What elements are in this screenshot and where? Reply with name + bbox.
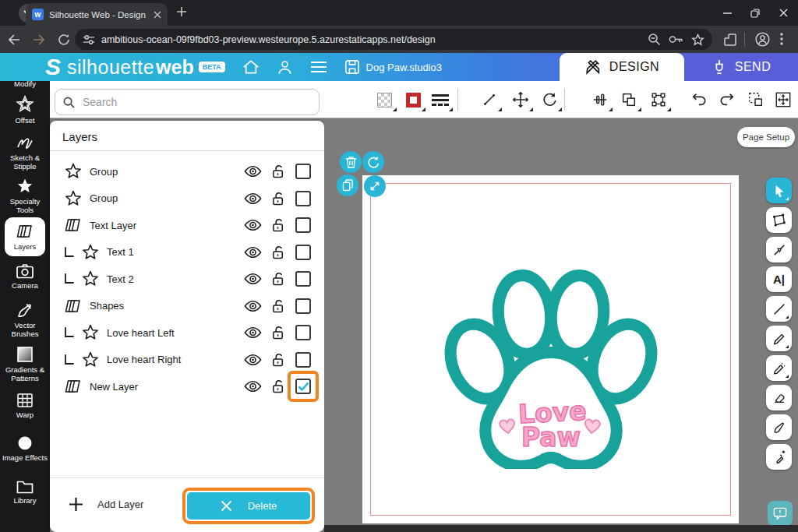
layer-checkbox[interactable] (295, 164, 311, 179)
home-button[interactable] (242, 59, 260, 75)
search-input[interactable] (81, 95, 311, 109)
layer-row[interactable]: New Layer (50, 373, 324, 400)
text-tool[interactable]: A| (766, 266, 792, 292)
sidebar-item-vector-brushes[interactable]: Vector Brushes (2, 297, 48, 342)
sidebar-item-image-effects[interactable]: Image Effects (2, 426, 48, 471)
duplicate-object-button[interactable] (337, 174, 358, 196)
layer-checkbox[interactable] (295, 191, 311, 206)
visibility-eye-icon[interactable] (244, 380, 262, 393)
sidebar-item-specialty-tools[interactable]: Specialty Tools (2, 174, 48, 217)
layer-row[interactable]: Love heart Left (50, 319, 324, 347)
eraser-tool[interactable] (766, 385, 792, 410)
rotate-object-button[interactable] (362, 151, 384, 173)
lock-open-icon[interactable] (271, 217, 286, 233)
profile-icon[interactable] (755, 32, 770, 47)
replicate-button[interactable] (620, 90, 638, 109)
select-tool[interactable] (766, 178, 792, 203)
sidebar-item-camera[interactable]: Camera (2, 256, 48, 297)
visibility-eye-icon[interactable] (244, 192, 262, 205)
line-tool[interactable] (766, 296, 792, 322)
layer-row[interactable]: Group (50, 185, 324, 213)
copy-selection-button[interactable] (747, 90, 765, 109)
sidebar-item-gradients-patterns[interactable]: Gradients & Patterns (2, 342, 48, 386)
tab-close-icon[interactable] (154, 11, 161, 19)
extensions-icon[interactable] (723, 33, 737, 47)
feedback-button[interactable] (768, 501, 793, 526)
lock-open-icon[interactable] (271, 325, 286, 340)
redo-button[interactable] (718, 90, 736, 109)
menu-button[interactable] (310, 61, 327, 73)
browser-tab[interactable]: w Silhouette Web - Design (26, 3, 168, 26)
window-close-button[interactable] (769, 0, 797, 26)
visibility-eye-icon[interactable] (244, 165, 262, 178)
url-field[interactable]: ambitious-ocean-09f9fbd03-preview.westeu… (75, 29, 712, 50)
layer-row[interactable]: Group (50, 158, 324, 185)
visibility-eye-icon[interactable] (244, 326, 262, 339)
layer-row[interactable]: Text Layer (50, 212, 324, 239)
layer-row[interactable]: Shapes (50, 293, 324, 320)
align-distribute-button[interactable] (591, 90, 609, 109)
reload-button[interactable] (53, 29, 75, 51)
bookmark-star-icon[interactable] (691, 33, 704, 46)
sidebar-item-modify[interactable]: Modify (2, 79, 48, 90)
site-settings-icon[interactable] (83, 34, 95, 45)
fill-transparent-button[interactable] (375, 90, 394, 109)
visibility-eye-icon[interactable] (244, 354, 262, 366)
design-canvas[interactable]: Love Paw Page Setup (324, 118, 798, 532)
undo-button[interactable] (690, 90, 708, 109)
modify-point-tool[interactable] (766, 237, 792, 262)
lock-open-icon[interactable] (271, 271, 286, 287)
transform-button[interactable] (649, 90, 668, 109)
window-restore-button[interactable] (741, 0, 769, 26)
page-setup-button[interactable]: Page Setup (737, 127, 795, 147)
pan-canvas-button[interactable] (774, 90, 793, 109)
brush-tool[interactable] (766, 414, 792, 440)
delete-object-button[interactable] (340, 151, 362, 173)
layers-search-box[interactable] (55, 89, 320, 115)
password-key-icon[interactable] (669, 34, 683, 44)
sidebar-item-sketch-stipple[interactable]: Sketch & Stipple (2, 130, 48, 174)
visibility-eye-icon[interactable] (244, 273, 262, 285)
sidebar-item-offset[interactable]: Offset (2, 90, 48, 130)
layer-checkbox[interactable] (295, 245, 311, 260)
add-layer-button[interactable]: Add Layer (69, 497, 143, 512)
forward-button[interactable] (28, 29, 50, 51)
layer-row[interactable]: Text 1 (50, 239, 324, 266)
lock-open-icon[interactable] (271, 191, 286, 206)
pencil-tool[interactable] (766, 326, 792, 351)
line-style-button[interactable] (431, 90, 450, 109)
sidebar-item-layers[interactable]: Layers (5, 217, 45, 256)
lock-open-icon[interactable] (271, 379, 286, 394)
layer-row[interactable]: Text 2 (50, 266, 324, 293)
zoom-icon[interactable] (648, 33, 661, 46)
browser-menu-icon[interactable] (780, 33, 783, 45)
rotate-button[interactable] (540, 90, 559, 109)
back-button[interactable] (3, 29, 25, 51)
new-tab-button[interactable] (176, 6, 187, 17)
layer-row[interactable]: Love heart Right (50, 347, 324, 374)
layer-checkbox[interactable] (295, 379, 311, 394)
edit-points-tool[interactable] (766, 207, 792, 233)
visibility-eye-icon[interactable] (244, 246, 262, 259)
layer-checkbox[interactable] (295, 325, 311, 340)
tab-send[interactable]: SEND (684, 53, 798, 81)
account-button[interactable] (277, 59, 293, 75)
sidebar-item-warp[interactable]: Warp (2, 386, 48, 426)
delete-button[interactable]: Delete (187, 492, 310, 520)
window-minimize-button[interactable] (713, 0, 741, 26)
move-button[interactable] (511, 90, 530, 109)
lock-open-icon[interactable] (271, 164, 286, 179)
visibility-eye-icon[interactable] (244, 219, 262, 231)
draw-line-button[interactable] (480, 90, 499, 109)
lock-open-icon[interactable] (271, 245, 286, 260)
layer-checkbox[interactable] (295, 271, 311, 287)
visibility-eye-icon[interactable] (244, 300, 262, 312)
tab-design[interactable]: DESIGN (560, 53, 684, 81)
file-name[interactable]: Dog Paw.studio3 (366, 62, 443, 73)
layer-checkbox[interactable] (295, 298, 311, 314)
resize-object-button[interactable] (364, 175, 386, 197)
layer-checkbox[interactable] (295, 217, 311, 233)
color-picker-tool[interactable] (766, 444, 792, 470)
lock-open-icon[interactable] (271, 298, 286, 314)
save-file-icon[interactable] (344, 59, 360, 75)
